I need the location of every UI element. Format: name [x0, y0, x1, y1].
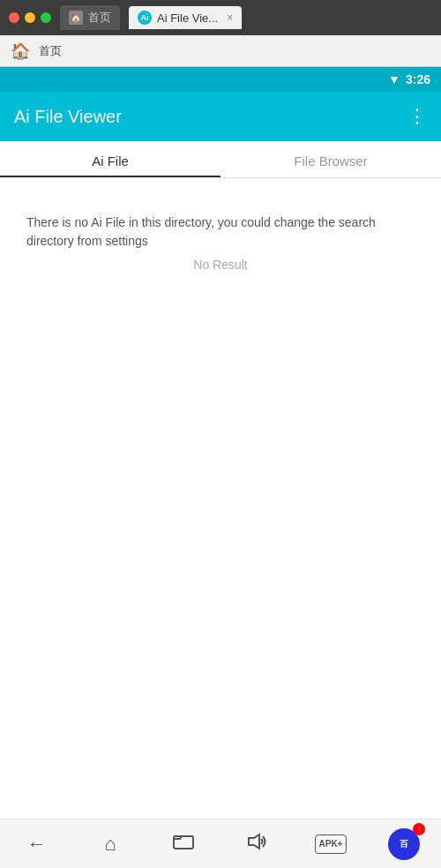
- apk-badge: APK+: [315, 834, 347, 854]
- active-tab-icon: Ai: [138, 11, 152, 25]
- status-bar: ▼ 3:26: [0, 67, 441, 92]
- phone-frame: ▼ 3:26 Ai File Viewer ⋮ Ai File File Bro…: [0, 67, 441, 868]
- tab-file-browser-label: File Browser: [294, 153, 367, 168]
- volume-icon: [247, 833, 268, 856]
- tab-ai-file[interactable]: Ai File: [0, 141, 220, 177]
- back-icon: ←: [27, 833, 47, 856]
- more-options-icon[interactable]: ⋮: [407, 105, 427, 128]
- baidu-logo: 百 !: [386, 827, 422, 862]
- close-button[interactable]: [9, 12, 19, 23]
- wifi-icon: ▼: [388, 72, 400, 86]
- browser-addressbar: 🏠 首页: [0, 35, 441, 67]
- status-time: 3:26: [406, 72, 430, 86]
- back-nav-button[interactable]: ←: [18, 825, 56, 864]
- files-icon: [173, 833, 194, 856]
- maximize-button[interactable]: [41, 12, 51, 23]
- active-tab-label: Ai File Vie...: [157, 11, 218, 25]
- apk-nav-button[interactable]: APK+: [311, 825, 350, 864]
- svg-marker-1: [249, 834, 259, 849]
- inactive-tab-icon: 🏠: [69, 11, 83, 25]
- tab-bar: Ai File File Browser: [0, 141, 441, 178]
- baidu-nav-button[interactable]: 百 !: [385, 825, 423, 864]
- tab-file-browser[interactable]: File Browser: [220, 141, 441, 177]
- browser-chrome: 🏠 首页 Ai Ai File Vie... ×: [0, 0, 441, 35]
- tab-inactive[interactable]: 🏠 首页: [60, 5, 120, 30]
- bottom-nav: ← ⌂ APK+: [0, 819, 441, 868]
- app-title: Ai File Viewer: [14, 107, 122, 127]
- address-text: 首页: [39, 43, 62, 59]
- volume-nav-button[interactable]: [238, 825, 277, 864]
- files-nav-button[interactable]: [164, 825, 203, 864]
- home-nav-button[interactable]: ⌂: [91, 825, 130, 864]
- minimize-button[interactable]: [25, 12, 35, 23]
- tab-active[interactable]: Ai Ai File Vie... ×: [129, 6, 242, 29]
- no-result-label: No Result: [18, 258, 423, 272]
- home-nav-icon: ⌂: [104, 833, 116, 856]
- tab-ai-file-label: Ai File: [92, 153, 129, 168]
- content-area: There is no Ai File in this directory, y…: [0, 178, 441, 819]
- baidu-badge: !: [413, 823, 425, 835]
- no-file-message: There is no Ai File in this directory, y…: [18, 213, 423, 251]
- tab-underline: [0, 176, 220, 177]
- inactive-tab-label: 首页: [88, 10, 111, 26]
- home-icon[interactable]: 🏠: [11, 41, 30, 61]
- app-topbar: Ai File Viewer ⋮: [0, 92, 441, 141]
- tab-close-button[interactable]: ×: [227, 11, 233, 24]
- traffic-lights: [9, 12, 51, 23]
